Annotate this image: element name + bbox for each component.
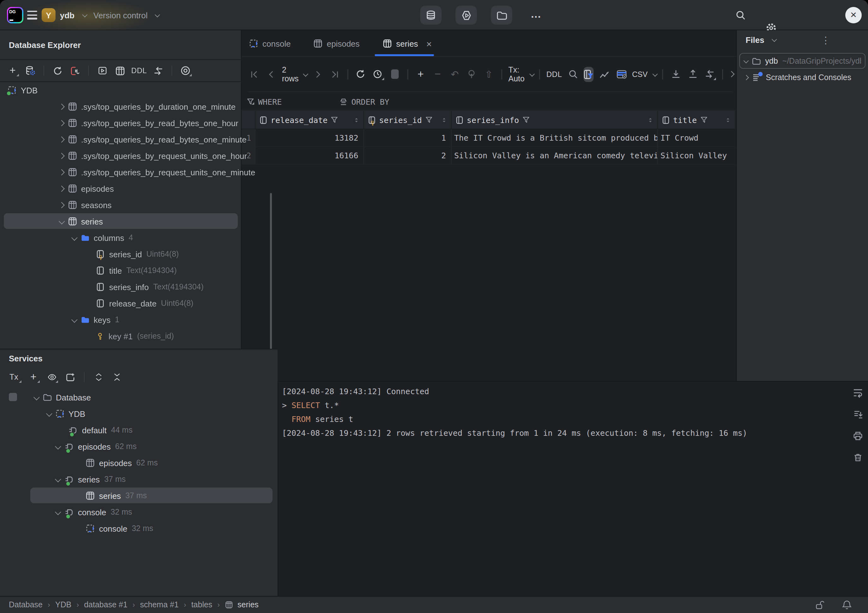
export-format-dropdown[interactable]: CSV xyxy=(632,70,656,79)
grid-cell[interactable]: IT Crowd xyxy=(658,129,735,147)
tree-item-table[interactable]: .sys/top_queries_by_request_units_one_mi… xyxy=(59,164,255,180)
submit-button[interactable]: ⇧ xyxy=(482,68,495,80)
ddl-button[interactable]: DDL xyxy=(546,70,562,79)
disconnect-button[interactable] xyxy=(69,64,81,77)
row-count-dropdown[interactable]: 2 rows xyxy=(282,65,307,83)
window-close-button[interactable]: × xyxy=(845,7,862,23)
datasource-properties-button[interactable] xyxy=(24,64,37,77)
tab-close-icon[interactable]: × xyxy=(426,39,432,48)
services-item-console-child[interactable]: console 32 ms xyxy=(86,520,153,537)
grid-header-release-date[interactable]: release_date xyxy=(256,111,364,129)
tree-item-key[interactable]: key #1 (series_id) xyxy=(96,328,174,344)
files-panel-kebab[interactable]: ⋮ xyxy=(820,34,832,46)
hamburger-menu-icon[interactable] xyxy=(27,11,37,19)
reload-data-button[interactable] xyxy=(355,68,367,80)
open-in-new-tab-button[interactable] xyxy=(64,371,76,384)
more-actions-button[interactable]: … xyxy=(527,5,545,24)
grid-cell[interactable]: The IT Crowd is a British sitcom produce… xyxy=(452,129,658,147)
tree-item-table-episodes[interactable]: episodes xyxy=(59,180,114,197)
tab-console[interactable]: console xyxy=(249,30,291,57)
run-query-button[interactable] xyxy=(456,6,477,25)
tree-item-table[interactable]: .sys/top_queries_by_read_bytes_one_minut… xyxy=(59,131,246,147)
revert-button[interactable]: ↶ xyxy=(448,68,461,80)
breadcrumb-item[interactable]: tables xyxy=(191,601,212,609)
grid-cell[interactable]: 1 xyxy=(364,129,452,147)
add-row-button[interactable]: + xyxy=(414,68,427,80)
project-widget[interactable]: Y ydb xyxy=(42,8,86,22)
grid-header-series-info[interactable]: series_info xyxy=(452,111,658,129)
where-clause-field[interactable]: WHERE xyxy=(246,92,282,111)
services-item-episodes[interactable]: episodes 62 ms xyxy=(56,438,136,455)
expand-all-button[interactable] xyxy=(92,371,105,384)
view-options-button[interactable] xyxy=(179,64,192,77)
import-button[interactable] xyxy=(669,68,682,80)
export-button[interactable] xyxy=(686,68,699,80)
sort-icon[interactable] xyxy=(441,116,447,124)
breadcrumb-item-current[interactable]: series xyxy=(237,601,259,609)
previous-page-button[interactable] xyxy=(265,68,277,80)
files-tool-button[interactable] xyxy=(491,6,512,25)
grid-cell[interactable]: 13182 xyxy=(256,129,364,147)
tree-item-column-series-id[interactable]: series_id Uint64(8) xyxy=(96,246,179,262)
breadcrumb-item[interactable]: YDB xyxy=(55,601,71,609)
clear-console-button[interactable] xyxy=(852,451,864,464)
funnel-icon[interactable] xyxy=(522,116,530,124)
funnel-icon[interactable] xyxy=(425,116,432,124)
services-item-series-result-selected[interactable]: series 37 ms xyxy=(86,488,147,504)
notifications-bell-icon[interactable] xyxy=(840,599,853,611)
search-everywhere-button[interactable] xyxy=(734,9,747,22)
refresh-button[interactable] xyxy=(51,64,64,77)
grid-header-title[interactable]: title xyxy=(658,111,735,129)
scroll-to-end-button[interactable] xyxy=(852,408,864,421)
tab-series[interactable]: series × xyxy=(383,30,432,57)
app-logo[interactable]: DG xyxy=(7,7,23,23)
services-item-default[interactable]: default 44 ms xyxy=(68,422,132,438)
delete-row-button[interactable]: − xyxy=(431,68,444,80)
tree-item-table-seasons[interactable]: seasons xyxy=(59,197,112,213)
files-scratches-item[interactable]: Scratches and Consoles xyxy=(744,70,851,85)
tree-item-keys-folder[interactable]: keys 1 xyxy=(72,311,119,328)
funnel-icon[interactable] xyxy=(700,116,707,124)
tree-item-table[interactable]: .sys/top_queries_by_request_units_one_ho… xyxy=(59,147,247,164)
soft-wrap-button[interactable] xyxy=(852,387,864,399)
tree-item-columns-folder[interactable]: columns 4 xyxy=(72,229,133,246)
lock-open-icon[interactable] xyxy=(814,599,826,611)
grid-cell[interactable]: Silicon Valley xyxy=(658,147,735,165)
funnel-icon[interactable] xyxy=(331,116,338,124)
services-item-episodes-result[interactable]: episodes 62 ms xyxy=(86,455,158,471)
last-page-button[interactable] xyxy=(329,68,341,80)
services-item-console[interactable]: console 32 ms xyxy=(56,504,132,520)
pretty-view-button[interactable] xyxy=(615,68,628,80)
sort-icon[interactable] xyxy=(647,116,654,124)
new-console-button[interactable] xyxy=(96,64,108,77)
collapse-all-button[interactable] xyxy=(110,371,123,384)
grid-cell[interactable]: 2 xyxy=(364,147,452,165)
services-item-database[interactable]: Database xyxy=(34,389,91,406)
console-output[interactable]: [2024-08-28 19:43:12] Connected > SELECT… xyxy=(277,381,868,596)
tree-item-ydb-root[interactable]: YDB xyxy=(8,82,37,98)
find-button[interactable] xyxy=(566,68,579,80)
show-options-button[interactable] xyxy=(45,371,58,384)
tree-item-table[interactable]: .sys/top_queries_by_read_bytes_one_hour xyxy=(59,115,239,131)
services-item-series[interactable]: series 37 ms xyxy=(56,471,126,488)
query-history-button[interactable] xyxy=(372,68,384,80)
breadcrumb-item[interactable]: Database xyxy=(9,601,43,609)
open-table-button[interactable] xyxy=(113,64,126,77)
sort-icon[interactable] xyxy=(725,116,731,124)
database-tool-button[interactable] xyxy=(420,6,442,25)
print-button[interactable] xyxy=(852,429,864,442)
breadcrumb-item[interactable]: database #1 xyxy=(84,601,127,609)
stop-service-button[interactable] xyxy=(9,393,17,401)
tree-item-table-series-selected[interactable]: series xyxy=(59,213,103,229)
grid-cell[interactable]: Silicon Valley is an American comedy tel… xyxy=(452,147,658,165)
next-page-button[interactable] xyxy=(312,68,324,80)
tree-item-column-title[interactable]: title Text(4194304) xyxy=(96,262,177,279)
grid-cell[interactable]: 16166 xyxy=(256,147,364,165)
add-service-button[interactable]: + xyxy=(27,371,40,384)
add-datasource-button[interactable]: + xyxy=(6,64,19,77)
chart-view-button[interactable] xyxy=(598,68,611,80)
services-item-ydb[interactable]: YDB xyxy=(46,406,85,422)
compare-button[interactable] xyxy=(703,68,716,80)
sort-icon[interactable] xyxy=(353,116,360,124)
tab-episodes[interactable]: episodes xyxy=(313,30,360,57)
